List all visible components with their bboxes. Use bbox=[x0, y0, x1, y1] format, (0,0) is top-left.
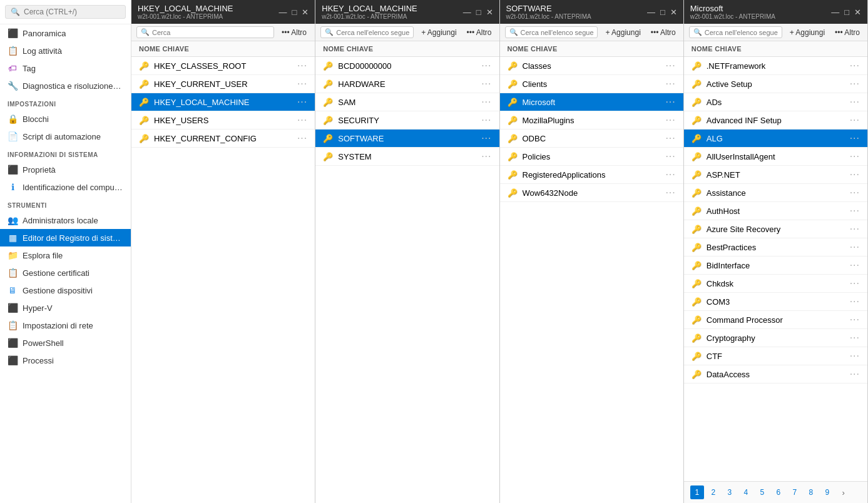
close-button[interactable]: ✕ bbox=[302, 8, 309, 17]
panel-panel-software-search[interactable]: 🔍 bbox=[505, 26, 598, 38]
panel-panel-root-altro-button[interactable]: ••• Altro bbox=[279, 27, 309, 38]
panel-panel-software-add-button[interactable]: + Aggiungi bbox=[603, 27, 643, 38]
page-button-9[interactable]: 9 bbox=[820, 485, 834, 499]
registry-item[interactable]: 🔑ADs··· bbox=[684, 93, 867, 111]
sidebar-item-gestione-dispositivi[interactable]: 🖥Gestione dispositivi bbox=[0, 282, 131, 299]
page-button-8[interactable]: 8 bbox=[804, 485, 818, 499]
page-button-7[interactable]: 7 bbox=[788, 485, 802, 499]
registry-item[interactable]: 🔑Active Setup··· bbox=[684, 75, 867, 93]
registry-item-menu-button[interactable]: ··· bbox=[481, 133, 491, 144]
registry-item-menu-button[interactable]: ··· bbox=[481, 96, 491, 108]
sidebar-item-diagnostica[interactable]: 🔧Diagnostica e risoluzione del... bbox=[0, 77, 131, 94]
panel-panel-software-search-input[interactable] bbox=[521, 29, 594, 36]
sidebar-item-powershell[interactable]: ⬛PowerShell bbox=[0, 334, 131, 352]
registry-item[interactable]: 🔑MozillaPlugins··· bbox=[500, 111, 683, 130]
registry-item[interactable]: 🔑BidInterface··· bbox=[684, 257, 867, 275]
registry-item-menu-button[interactable]: ··· bbox=[297, 60, 307, 71]
registry-item-menu-button[interactable]: ··· bbox=[850, 314, 860, 325]
sidebar-item-esplora-file[interactable]: 📁Esplora file bbox=[0, 246, 131, 264]
registry-item[interactable]: 🔑HKEY_CLASSES_ROOT··· bbox=[131, 57, 315, 75]
registry-item-menu-button[interactable]: ··· bbox=[297, 133, 307, 144]
registry-item[interactable]: 🔑ALG··· bbox=[684, 130, 867, 148]
registry-item[interactable]: 🔑SYSTEM··· bbox=[315, 148, 499, 166]
page-next-button[interactable]: › bbox=[837, 485, 850, 499]
registry-item-menu-button[interactable]: ··· bbox=[850, 205, 860, 216]
sidebar-item-log-attivita[interactable]: 📋Log attività bbox=[0, 42, 131, 59]
registry-item[interactable]: 🔑Microsoft··· bbox=[500, 93, 683, 111]
registry-item[interactable]: 🔑HARDWARE··· bbox=[315, 75, 499, 93]
panel-panel-hklm-search-input[interactable] bbox=[336, 29, 409, 36]
registry-item[interactable]: 🔑HKEY_CURRENT_CONFIG··· bbox=[131, 130, 315, 148]
registry-item[interactable]: 🔑AuthHost··· bbox=[684, 202, 867, 220]
registry-item-menu-button[interactable]: ··· bbox=[297, 114, 307, 126]
registry-item-menu-button[interactable]: ··· bbox=[850, 260, 860, 271]
registry-item-menu-button[interactable]: ··· bbox=[665, 60, 675, 71]
sidebar-item-hyper-v[interactable]: ⬛Hyper-V bbox=[0, 299, 131, 317]
minimize-button[interactable]: — bbox=[647, 8, 655, 17]
registry-item[interactable]: 🔑BCD00000000··· bbox=[315, 57, 499, 75]
page-button-2[interactable]: 2 bbox=[707, 485, 720, 499]
registry-item-menu-button[interactable]: ··· bbox=[665, 133, 675, 144]
registry-item-menu-button[interactable]: ··· bbox=[850, 278, 860, 289]
registry-item[interactable]: 🔑SOFTWARE··· bbox=[315, 130, 499, 148]
panel-panel-software-altro-button[interactable]: ••• Altro bbox=[648, 27, 678, 38]
registry-item-menu-button[interactable]: ··· bbox=[850, 78, 860, 89]
registry-item[interactable]: 🔑Cryptography··· bbox=[684, 329, 867, 347]
sidebar-item-gestione-certificati[interactable]: 📋Gestione certificati bbox=[0, 264, 131, 282]
registry-item-menu-button[interactable]: ··· bbox=[850, 187, 860, 198]
registry-item[interactable]: 🔑Advanced INF Setup··· bbox=[684, 111, 867, 130]
panel-panel-root-search[interactable]: 🔍 bbox=[136, 26, 274, 38]
registry-item-menu-button[interactable]: ··· bbox=[850, 151, 860, 162]
minimize-button[interactable]: — bbox=[831, 8, 839, 17]
registry-item[interactable]: 🔑Wow6432Node··· bbox=[500, 184, 683, 202]
registry-item-menu-button[interactable]: ··· bbox=[850, 296, 860, 307]
registry-item[interactable]: 🔑RegisteredApplications··· bbox=[500, 166, 683, 184]
sidebar-item-editor-registro[interactable]: ▦Editor del Registro di sistema bbox=[0, 229, 131, 246]
page-button-1[interactable]: 1 bbox=[690, 485, 704, 499]
registry-item-menu-button[interactable]: ··· bbox=[850, 368, 860, 380]
minimize-button[interactable]: — bbox=[463, 8, 471, 17]
panel-panel-microsoft-search[interactable]: 🔍 bbox=[689, 26, 782, 38]
registry-item[interactable]: 🔑ASP.NET··· bbox=[684, 166, 867, 184]
close-button[interactable]: ✕ bbox=[670, 8, 677, 17]
maximize-button[interactable]: □ bbox=[844, 8, 849, 17]
sidebar-item-tag[interactable]: 🏷Tag bbox=[0, 59, 131, 77]
page-button-5[interactable]: 5 bbox=[755, 485, 769, 499]
maximize-button[interactable]: □ bbox=[292, 8, 297, 17]
registry-item[interactable]: 🔑HKEY_USERS··· bbox=[131, 111, 315, 130]
sidebar-item-proprieta[interactable]: ⬛Proprietà bbox=[0, 161, 131, 178]
registry-item[interactable]: 🔑HKEY_CURRENT_USER··· bbox=[131, 75, 315, 93]
registry-item[interactable]: 🔑SECURITY··· bbox=[315, 111, 499, 130]
registry-item-menu-button[interactable]: ··· bbox=[850, 223, 860, 235]
registry-item-menu-button[interactable]: ··· bbox=[665, 114, 675, 126]
registry-item-menu-button[interactable]: ··· bbox=[850, 169, 860, 180]
registry-item-menu-button[interactable]: ··· bbox=[850, 60, 860, 71]
registry-item[interactable]: 🔑AllUserInstallAgent··· bbox=[684, 148, 867, 166]
page-button-3[interactable]: 3 bbox=[723, 485, 737, 499]
panel-panel-hklm-add-button[interactable]: + Aggiungi bbox=[419, 27, 459, 38]
maximize-button[interactable]: □ bbox=[660, 8, 665, 17]
sidebar-item-impostazioni-rete[interactable]: 📋Impostazioni di rete bbox=[0, 317, 131, 334]
registry-item[interactable]: 🔑COM3··· bbox=[684, 293, 867, 311]
registry-item[interactable]: 🔑Clients··· bbox=[500, 75, 683, 93]
registry-item-menu-button[interactable]: ··· bbox=[850, 332, 860, 343]
registry-item-menu-button[interactable]: ··· bbox=[665, 151, 675, 162]
sidebar-item-blocchi[interactable]: 🔒Blocchi bbox=[0, 110, 131, 128]
registry-item-menu-button[interactable]: ··· bbox=[665, 78, 675, 89]
registry-item-menu-button[interactable]: ··· bbox=[850, 114, 860, 126]
registry-item-menu-button[interactable]: ··· bbox=[665, 187, 675, 198]
minimize-button[interactable]: — bbox=[278, 8, 287, 17]
sidebar-item-processi[interactable]: ⬛Processi bbox=[0, 352, 131, 369]
registry-item-menu-button[interactable]: ··· bbox=[665, 169, 675, 180]
registry-item[interactable]: 🔑ODBC··· bbox=[500, 130, 683, 148]
registry-item-menu-button[interactable]: ··· bbox=[850, 350, 860, 362]
registry-item-menu-button[interactable]: ··· bbox=[665, 96, 675, 108]
registry-item-menu-button[interactable]: ··· bbox=[850, 133, 860, 144]
panel-panel-microsoft-altro-button[interactable]: ••• Altro bbox=[832, 27, 862, 38]
registry-item[interactable]: 🔑Classes··· bbox=[500, 57, 683, 75]
close-button[interactable]: ✕ bbox=[854, 8, 861, 17]
registry-item[interactable]: 🔑.NETFramework··· bbox=[684, 57, 867, 75]
registry-item-menu-button[interactable]: ··· bbox=[481, 78, 491, 89]
registry-item-menu-button[interactable]: ··· bbox=[481, 114, 491, 126]
registry-item[interactable]: 🔑HKEY_LOCAL_MACHINE··· bbox=[131, 93, 315, 111]
